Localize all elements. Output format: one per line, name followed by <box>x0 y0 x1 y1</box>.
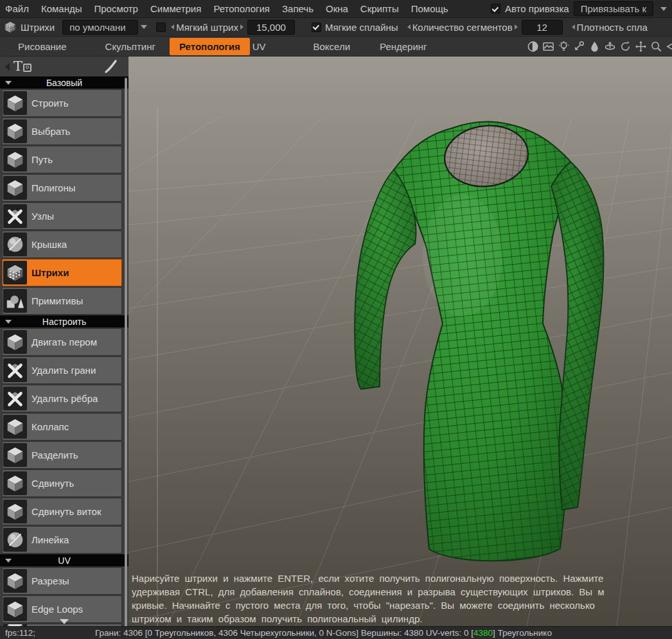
scroll-down-icon[interactable] <box>60 619 69 624</box>
preset-dropdown[interactable]: по умолчани <box>62 20 138 35</box>
tool-label: Линейка <box>31 534 69 545</box>
workspace-tab-bar: Рисование Скульптинг Ретопология UV Вокс… <box>0 37 672 57</box>
soft-splines-checkbox[interactable] <box>312 22 321 32</box>
tab-sculpt[interactable]: Скульптинг <box>105 41 155 52</box>
tool-button-slide-loop[interactable]: Сдвинуть виток <box>2 498 122 525</box>
viewport-icon-strip <box>527 40 672 53</box>
3dcoat-window: Файл Команды Просмотр Симметрия Ретополо… <box>0 0 672 639</box>
delete-cross-icon <box>3 387 27 410</box>
section-title: Настроить <box>42 317 86 327</box>
move-light-icon[interactable] <box>573 40 585 53</box>
tool-button-select[interactable]: Выбрать <box>2 118 122 145</box>
current-tool-label: Штрихи <box>21 22 55 33</box>
menu-help[interactable]: Помощь <box>411 3 448 14</box>
tool-label: Двигать пером <box>31 337 97 347</box>
chevron-down-icon[interactable] <box>141 25 147 29</box>
tool-button-slide[interactable]: Сдвинуть <box>2 469 122 497</box>
cube-icon <box>3 415 27 439</box>
chest-highlight <box>423 195 502 317</box>
menu-symmetry[interactable]: Симметрия <box>150 3 201 14</box>
dress-mesh-model[interactable] <box>355 121 604 561</box>
drop-icon[interactable] <box>588 40 601 53</box>
status-bar: fps:112; Грани: 4306 [0 Треугольников, 4… <box>0 626 672 639</box>
rotate-view-icon[interactable] <box>619 40 632 53</box>
segments-value[interactable]: 12 <box>522 20 563 35</box>
background-image-icon[interactable] <box>542 40 554 53</box>
tool-label: Штрихи <box>31 267 69 278</box>
tool-button-split[interactable]: Разделить <box>2 441 122 469</box>
hint-line: кривые. Начинайте с пустого места для то… <box>132 599 669 612</box>
section-header-tweak[interactable]: Настроить <box>0 315 128 328</box>
tool-button-primitives[interactable]: Примитивы <box>2 287 122 315</box>
rotate-camera-icon[interactable] <box>666 40 672 53</box>
hint-line: штрихом и таким образом получить полигон… <box>132 612 669 626</box>
menu-file[interactable]: Файл <box>5 3 29 14</box>
menu-retopology[interactable]: Ретопология <box>213 3 270 14</box>
auto-snap-label: Авто привязка <box>505 3 569 14</box>
strokes-tool-icon <box>4 21 17 33</box>
tool-button-build[interactable]: Строить <box>2 89 122 117</box>
tool-label: Крышка <box>31 239 67 250</box>
tool-button-ruler[interactable]: Линейка <box>2 526 122 554</box>
spinner-left-icon[interactable] <box>407 24 411 30</box>
cube-icon <box>3 119 27 143</box>
tool-button-strokes[interactable]: Штрихи <box>2 259 122 286</box>
tool-button-cap[interactable]: Крышка <box>2 231 122 258</box>
menu-view[interactable]: Просмотр <box>94 3 138 14</box>
tool-button-polygons[interactable]: Полигоны <box>2 174 122 202</box>
tool-panel-icon: T <box>13 60 31 73</box>
strokes-icon <box>3 261 27 284</box>
zoom-icon[interactable] <box>650 40 662 53</box>
tool-button-delete-edges[interactable]: Удалить рёбра <box>2 385 122 412</box>
soft-stroke-value[interactable]: 15,000 <box>247 20 295 35</box>
light-icon[interactable] <box>558 40 570 53</box>
viewport-3d[interactable]: Нарисуйте штрихи и нажмите ENTER, если х… <box>128 57 672 626</box>
fps-counter: fps:112; <box>5 628 95 638</box>
pan-icon[interactable] <box>635 40 647 53</box>
chevron-down-icon <box>5 559 12 563</box>
spinner-left-icon[interactable] <box>572 24 575 30</box>
spinner-right-icon[interactable] <box>515 24 518 30</box>
chevron-down-icon <box>5 81 12 85</box>
tab-render[interactable]: Рендеринг <box>380 41 427 52</box>
contrast-icon[interactable] <box>527 40 539 53</box>
sphere-icon <box>3 232 27 256</box>
tab-voxels[interactable]: Воксели <box>313 41 350 52</box>
chevron-down-icon[interactable] <box>660 7 667 11</box>
auto-snap-checkbox[interactable] <box>491 4 500 13</box>
section-header-uv[interactable]: UV <box>0 554 128 566</box>
section-title: UV <box>58 556 70 566</box>
tool-button-cuts[interactable]: Разрезы <box>2 567 122 595</box>
section-header-basic[interactable]: Базовый <box>0 76 128 89</box>
chevron-down-icon <box>5 320 12 324</box>
hint-line: удерживая CTRL, для добавления сплайнов,… <box>132 585 669 599</box>
cube-icon <box>3 176 27 200</box>
brush-icon[interactable] <box>103 59 118 74</box>
cube-icon <box>3 330 27 354</box>
tool-button-path[interactable]: Путь <box>2 146 122 173</box>
tool-button-move-pen[interactable]: Двигать пером <box>2 328 122 356</box>
uv-verts-green-value: 4380 <box>473 628 493 638</box>
tool-button-nodes[interactable]: Узлы <box>2 202 122 230</box>
dress-body-wireframe <box>393 122 570 561</box>
collapse-left-icon[interactable] <box>5 63 10 71</box>
check-icon <box>312 23 319 30</box>
tab-uv[interactable]: UV <box>252 41 266 52</box>
menu-bake[interactable]: Запечь <box>282 3 314 14</box>
spinner-left-icon[interactable] <box>171 24 174 30</box>
tool-label: Узлы <box>31 211 54 222</box>
sidebar-scrollbar[interactable] <box>125 78 127 626</box>
menu-windows[interactable]: Окна <box>326 3 348 14</box>
tool-button-delete-faces[interactable]: Удалить грани <box>2 356 122 384</box>
tool-label: Путь <box>31 154 53 165</box>
tab-retopology[interactable]: Ретопология <box>170 38 250 55</box>
tab-paint[interactable]: Рисование <box>18 41 67 52</box>
menu-commands[interactable]: Команды <box>41 3 82 14</box>
tool-button-collapse[interactable]: Коллапс <box>2 413 122 441</box>
menu-scripts[interactable]: Скрипты <box>360 3 399 14</box>
snap-to-dropdown[interactable]: Привязывать к <box>574 1 653 16</box>
soft-stroke-checkbox[interactable] <box>156 22 166 32</box>
tool-label: Выбрать <box>31 126 70 137</box>
orbit-icon[interactable] <box>604 40 616 53</box>
spinner-right-icon[interactable] <box>240 24 243 30</box>
